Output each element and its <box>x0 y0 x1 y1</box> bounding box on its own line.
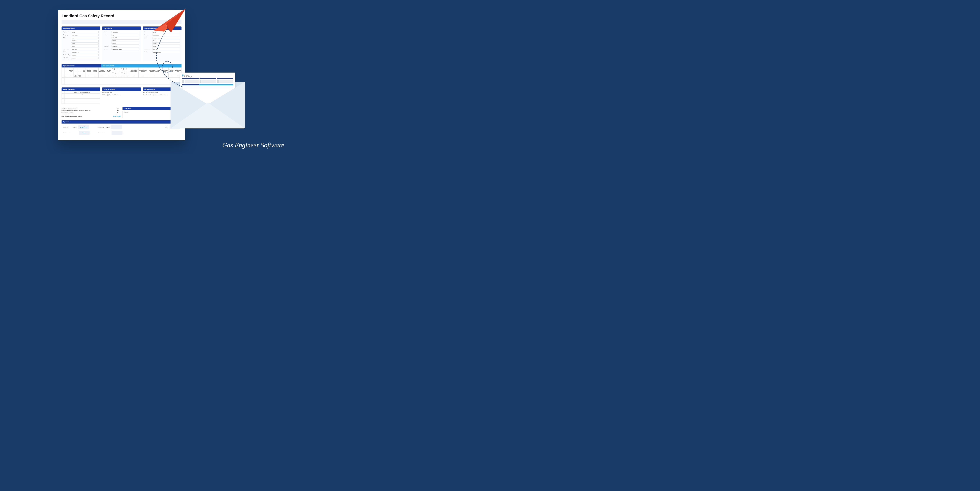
address-line: Church Street <box>111 37 139 39</box>
appliance-inspection-header-row: Appliance Details Inspection Details <box>62 64 181 67</box>
col-flue-performance: Flue Performance Test <box>161 68 169 74</box>
defect-identified-table: Labels and Warning Notice Issued 1No 2 3… <box>62 91 100 104</box>
brand-signature: Gas Engineer Software <box>222 141 284 149</box>
co-alarm-fitted-label: CO Alarm(s) Fitted <box>102 92 112 93</box>
envelope-front-bottom <box>170 102 245 128</box>
company-value: Top Plumbing <box>71 34 99 36</box>
signature-row-2: Pinted name Demo Pinted name <box>62 131 181 137</box>
postcode-value: OX3 4GH <box>152 48 180 50</box>
address-line: Oxford <box>152 42 180 45</box>
name-label: Name <box>104 31 111 33</box>
envelope-graphic: Top Plumbing Landlord Gas Safety Record <box>170 70 245 134</box>
col-flue-type: Flue Type <box>82 68 86 74</box>
col-model: Model <box>78 68 82 74</box>
address-line: Oxford <box>111 42 139 45</box>
signed-label: Signed <box>106 126 110 128</box>
name-label: Name <box>145 31 152 33</box>
col-lc-co: CO ppm <box>123 71 126 74</box>
address-line: Oxford <box>71 42 99 45</box>
col-num <box>62 68 65 74</box>
co-alarm-tested-label: CO Alarm(s) Tested and Sarifactory <box>102 94 121 96</box>
company-label: Company <box>145 34 152 35</box>
col-low-combustion: Low Combustion Reading <box>120 68 129 71</box>
col-hc-ratio: Ratio <box>111 71 114 74</box>
signature-box-receiver[interactable] <box>111 125 122 129</box>
col-hc-co2: CO2 % <box>118 71 120 74</box>
col-hc-co: CO ppm <box>114 71 117 74</box>
address-line: Oxford <box>111 40 139 42</box>
col-appliance-inspected: Appliance Inspected <box>92 68 99 74</box>
emergency-control-label: Emergency Control Accessible <box>62 107 78 108</box>
co-alarm-header: Defect / Identified <box>102 88 141 91</box>
address-line: 340 <box>71 37 99 39</box>
mini-doc-logo: Top Plumbing <box>182 75 233 76</box>
address-line: High Street <box>71 40 99 42</box>
appliance-inspection-table: Location Appliance Type Make Model Flue … <box>62 67 181 85</box>
col-high-combustion: High Combustion Reading <box>111 68 120 71</box>
mini-logo-icon <box>182 75 183 76</box>
idcard-value: 458882 <box>71 57 99 59</box>
issued-by-label: Issued by <box>63 126 68 128</box>
signed-label: Signed <box>73 126 77 128</box>
address-label: Address <box>63 37 71 38</box>
printed-name-receiver[interactable] <box>111 131 123 135</box>
col-appliance-type: Appliance Type <box>68 68 74 74</box>
company-installer-header: Company/Installer <box>62 27 100 30</box>
col-ventilation: Ventilation Provision Satisfactory <box>138 68 148 74</box>
company-label: Company <box>63 34 71 35</box>
defect-identified-header: Defect / Identified <box>62 88 100 91</box>
date-label: Date <box>165 126 167 128</box>
col-lc-co2: CO2 % <box>126 71 129 74</box>
address-label: Address <box>104 34 111 35</box>
printed-name-label: Pinted name <box>98 132 105 134</box>
company-installer-card: Company/Installer EngineerDemo CompanyTo… <box>62 27 100 61</box>
address-label: Address <box>145 37 152 38</box>
address-line: Oxford <box>152 45 180 48</box>
co-alarm-card: Defect / Identified CO Alarm(s) Fitted C… <box>102 88 141 104</box>
printed-name-label: Pinted name <box>63 132 70 134</box>
postcode-label: Post Code <box>104 45 111 47</box>
printed-name-issuer[interactable]: Demo <box>79 131 89 135</box>
mini-company-name: Top Plumbing <box>184 75 189 76</box>
col-visual-condition: Visual Condition of Flue and Termination… <box>148 68 161 74</box>
address-line: Oxford <box>152 40 180 42</box>
telno-value: 0928 82893 82921 <box>111 48 139 50</box>
paper-airplane-icon <box>152 7 187 34</box>
postcode-value: OX3 4GH <box>111 45 139 48</box>
signature-box-issuer[interactable] <box>78 125 89 129</box>
job-address-header: Job Address <box>102 27 141 30</box>
address-line: Oxford <box>71 45 99 48</box>
gassafe-value: 0928392 <box>71 54 99 56</box>
na-value: NA <box>143 94 145 96</box>
na-value: NA <box>117 112 119 113</box>
col-safety-device: Safety Device (s) Correct Operation <box>129 68 138 74</box>
col-lc-ratio: Ratio <box>120 71 123 74</box>
col-location: Location <box>65 68 68 74</box>
postcode-label: Post Code <box>145 48 152 49</box>
engineer-label: Engineer <box>63 31 71 33</box>
job-address-card: Job Address NameTom Jones Address 98 Chu… <box>102 27 141 61</box>
col-operating-pressure: Operating Pressure (mbar) <box>99 68 106 74</box>
telno-label: Tel. No <box>145 51 152 53</box>
engineer-value: Demo <box>71 31 99 33</box>
defect-identified-card: Defect / Identified Labels and Warning N… <box>62 88 100 104</box>
table-row: 2 <box>62 78 181 80</box>
appliance-details-header: Appliance Details <box>62 64 101 67</box>
svg-marker-3 <box>153 24 167 32</box>
address-line: Headley Way <box>152 37 180 39</box>
gassafe-label: Gas Safe Reg <box>63 54 71 56</box>
telno-label: Tel. No <box>104 48 111 49</box>
col-landlords-appliance: Landlord's Appliance <box>86 68 92 74</box>
na-value: NA <box>143 92 145 93</box>
postcode-value: OX3 4HG <box>71 48 99 50</box>
defects-smoke-row: Defect / Identified Labels and Warning N… <box>62 88 181 104</box>
na-value: NA <box>117 110 119 111</box>
equipment-checks-block: Emergency Control AccessibleNA Gas Insta… <box>62 107 121 118</box>
col-make: Make <box>74 68 78 74</box>
table-row: 4 <box>62 82 181 85</box>
signature-squiggle-icon <box>80 126 88 128</box>
na-value: NA <box>117 107 119 108</box>
next-inspection-date: 22-Sep-2023 <box>113 115 121 117</box>
postcode-label: Post Code <box>63 48 71 49</box>
telno-label: Tel. No <box>63 51 71 53</box>
